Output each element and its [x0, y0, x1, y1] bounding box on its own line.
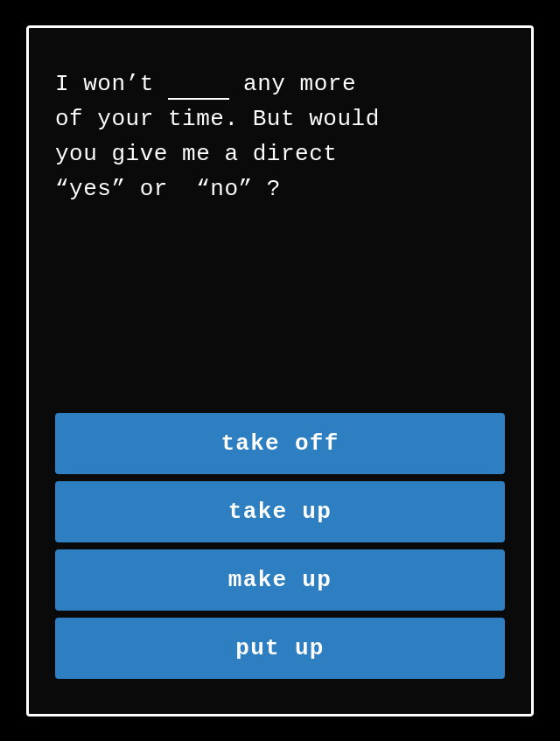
quiz-card: I won’t any more of your time. But would…: [26, 25, 534, 717]
answer-button-3[interactable]: make up: [55, 549, 505, 611]
answer-button-4[interactable]: put up: [55, 618, 505, 679]
question-area: I won’t any more of your time. But would…: [55, 54, 505, 413]
blank: [168, 63, 229, 100]
answers-area: take off take up make up put up: [55, 413, 505, 688]
answer-button-1[interactable]: take off: [55, 413, 505, 474]
answer-button-2[interactable]: take up: [55, 481, 505, 542]
question-text: I won’t any more of your time. But would…: [55, 63, 380, 207]
